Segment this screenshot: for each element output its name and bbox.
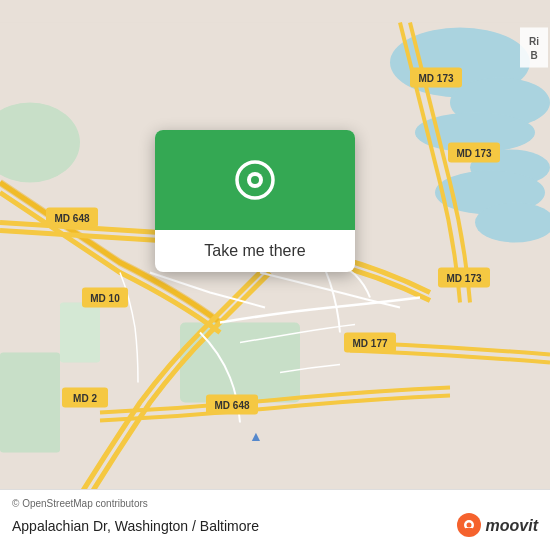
svg-text:MD 177: MD 177: [352, 338, 387, 349]
map-background: MD 173 MD 173 MD 173 MD 648 MD 10 MD 2 M…: [0, 0, 550, 550]
moovit-brand-text: moovit: [486, 517, 538, 535]
svg-text:▲: ▲: [249, 428, 263, 444]
bottom-bar: © OpenStreetMap contributors Appalachian…: [0, 489, 550, 550]
svg-text:B: B: [530, 50, 537, 61]
svg-rect-27: [520, 28, 548, 68]
copyright-text: © OpenStreetMap contributors: [12, 498, 538, 509]
map-container: MD 173 MD 173 MD 173 MD 648 MD 10 MD 2 M…: [0, 0, 550, 550]
moovit-logo: moovit: [455, 512, 538, 540]
location-name: Appalachian Dr, Washington / Baltimore: [12, 518, 259, 534]
svg-text:MD 173: MD 173: [418, 73, 453, 84]
location-pin-icon: [234, 159, 276, 201]
svg-point-36: [466, 523, 471, 528]
svg-rect-8: [0, 353, 60, 453]
svg-text:Ri: Ri: [529, 36, 539, 47]
svg-text:MD 648: MD 648: [54, 213, 89, 224]
svg-text:MD 2: MD 2: [73, 393, 97, 404]
svg-text:MD 10: MD 10: [90, 293, 120, 304]
svg-point-33: [251, 176, 259, 184]
bottom-row: Appalachian Dr, Washington / Baltimore m…: [12, 512, 538, 540]
popup-header: [155, 130, 355, 230]
moovit-pin-icon: [455, 512, 483, 540]
svg-text:MD 173: MD 173: [456, 148, 491, 159]
svg-text:MD 648: MD 648: [214, 400, 249, 411]
location-popup: Take me there: [155, 130, 355, 272]
take-me-there-button[interactable]: Take me there: [204, 242, 305, 260]
svg-rect-9: [60, 303, 100, 363]
popup-action-area[interactable]: Take me there: [155, 230, 355, 272]
svg-text:MD 173: MD 173: [446, 273, 481, 284]
